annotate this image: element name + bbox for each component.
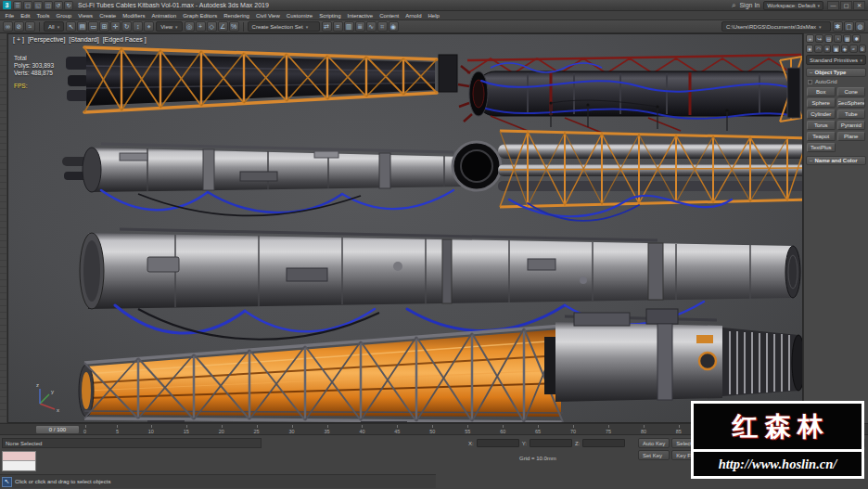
menu-graph-editors[interactable]: Graph Editors <box>180 13 221 19</box>
material-editor-icon[interactable]: ◉ <box>389 21 399 32</box>
geometry-subtab-icon[interactable]: ● <box>806 45 813 53</box>
rectangular-selection-icon[interactable]: ▭ <box>88 21 98 32</box>
schematic-view-icon[interactable]: ⌗ <box>377 21 388 32</box>
space-warps-subtab-icon[interactable]: ≈ <box>849 45 857 53</box>
z-coordinate-input[interactable] <box>582 439 625 447</box>
3ds-max-logo-icon[interactable]: 3 <box>3 1 11 9</box>
object-type-plane[interactable]: Plane <box>837 132 866 141</box>
object-type-teapot[interactable]: Teapot <box>807 132 836 141</box>
x-coordinate-input[interactable] <box>477 439 519 447</box>
menu-file[interactable]: File <box>2 13 18 19</box>
named-selection-set-dropdown[interactable]: Create Selection Set <box>248 21 320 32</box>
listener-script-line[interactable] <box>3 461 35 470</box>
model-gray-tube-assembly[interactable] <box>62 144 465 216</box>
menu-content[interactable]: Content <box>377 13 402 19</box>
menu-customize[interactable]: Customize <box>283 13 315 19</box>
model-orange-glow-truss[interactable] <box>79 326 563 423</box>
menu-help[interactable]: Help <box>425 13 442 19</box>
save-file-icon[interactable]: ◫ <box>44 1 53 10</box>
select-by-name-icon[interactable]: ▤ <box>77 21 87 32</box>
helpers-subtab-icon[interactable]: ◈ <box>841 45 849 53</box>
render-production-icon[interactable]: ◍ <box>855 21 865 32</box>
select-and-manipulate-icon[interactable]: + <box>196 21 206 32</box>
listener-macro-line[interactable] <box>3 452 35 461</box>
project-path-dropdown[interactable]: C:\Users\RDGS\Documents\3dsMax <box>721 21 831 32</box>
hierarchy-tab-icon[interactable]: ▤ <box>824 34 833 43</box>
unlink-selection-icon[interactable]: ⊘ <box>14 21 24 32</box>
motion-tab-icon[interactable]: ◔ <box>834 34 842 43</box>
align-icon[interactable]: ≡ <box>333 21 343 32</box>
close-button[interactable]: ✕ <box>853 1 865 10</box>
object-type-geosphere[interactable]: GeoSphere <box>837 98 866 108</box>
name-and-color-rollout[interactable]: −Name and Color <box>806 156 866 165</box>
menu-group[interactable]: Group <box>53 13 75 19</box>
select-and-place-icon[interactable]: ⌖ <box>144 21 154 32</box>
select-and-rotate-icon[interactable]: ↻ <box>121 21 132 32</box>
maxscript-mini-listener[interactable] <box>2 451 36 471</box>
object-type-torus[interactable]: Torus <box>807 121 836 130</box>
menu-rendering[interactable]: Rendering <box>221 13 253 19</box>
redo-icon[interactable]: ↻ <box>64 1 73 10</box>
minimize-button[interactable]: — <box>827 1 839 10</box>
create-tab-icon[interactable]: + <box>806 34 814 43</box>
undo-icon[interactable]: ↺ <box>54 1 63 10</box>
primitive-category-dropdown[interactable]: Standard Primitives <box>806 55 866 65</box>
object-type-cone[interactable]: Cone <box>837 87 866 97</box>
window-crossing-icon[interactable]: ⊞ <box>99 21 109 32</box>
autogrid-checkbox[interactable] <box>808 80 812 84</box>
modify-tab-icon[interactable]: ↪ <box>815 34 823 43</box>
viewport-menu-style[interactable]: [Standard] <box>69 36 98 43</box>
menu-views[interactable]: Views <box>75 13 96 19</box>
menu-edit[interactable]: Edit <box>18 13 33 19</box>
display-tab-icon[interactable]: ▦ <box>843 34 851 43</box>
shapes-subtab-icon[interactable]: ◠ <box>814 45 822 53</box>
object-type-rollout[interactable]: −Object Type <box>806 68 866 77</box>
object-type-box[interactable]: Box <box>807 87 836 97</box>
menu-scripting[interactable]: Scripting <box>316 13 344 19</box>
use-pivot-center-icon[interactable]: ◎ <box>185 21 195 32</box>
model-orange-scaffold-pipes[interactable] <box>453 100 803 221</box>
object-type-tube[interactable]: Tube <box>837 109 866 119</box>
model-red-cable-cylinder[interactable] <box>439 55 802 133</box>
object-type-pyramid[interactable]: Pyramid <box>837 121 866 130</box>
select-and-link-icon[interactable]: ∞ <box>3 21 13 32</box>
utilities-tab-icon[interactable]: ✱ <box>852 34 861 43</box>
reference-coordinate-dropdown[interactable]: View <box>156 21 182 32</box>
menu-arnold[interactable]: Arnold <box>402 13 425 19</box>
set-key-button[interactable]: Set Key <box>638 450 670 460</box>
time-slider-handle[interactable]: 0 / 100 <box>35 425 80 434</box>
render-setup-icon[interactable]: ✱ <box>833 21 843 32</box>
viewport-left-splitter[interactable] <box>0 33 7 423</box>
snaps-toggle-icon[interactable]: ◇ <box>207 21 217 32</box>
viewport-canvas[interactable]: x y z <box>8 34 803 423</box>
auto-key-button[interactable]: Auto Key <box>638 438 670 448</box>
menu-animation[interactable]: Animation <box>148 13 180 19</box>
workspace-dropdown[interactable]: Workspace: Default <box>763 1 823 10</box>
menu-interactive[interactable]: Interactive <box>344 13 377 19</box>
sign-in-link[interactable]: Sign In <box>739 2 760 8</box>
viewport-menu-view[interactable]: [Perspective] <box>28 36 65 43</box>
percent-snap-icon[interactable]: % <box>229 21 239 32</box>
menu-modifiers[interactable]: Modifiers <box>120 13 148 19</box>
viewport-menu-plus[interactable]: [ + ] <box>13 36 24 43</box>
bind-to-space-warp-icon[interactable]: ≈ <box>25 21 35 32</box>
scene-explorer-icon[interactable]: ▥ <box>344 21 354 32</box>
object-type-cylinder[interactable]: Cylinder <box>807 109 836 119</box>
open-file-icon[interactable]: ◱ <box>33 1 43 10</box>
layer-explorer-icon[interactable]: ≣ <box>355 21 365 32</box>
menu-tools[interactable]: Tools <box>33 13 53 19</box>
lights-subtab-icon[interactable]: ✶ <box>823 45 831 53</box>
perspective-viewport[interactable]: x y z [ + ] [Perspective] [Standard] [Ed… <box>7 33 803 423</box>
select-and-scale-icon[interactable]: ↕ <box>133 21 143 32</box>
object-type-textplus[interactable]: TextPlus <box>807 143 836 152</box>
selection-filter-dropdown[interactable]: All <box>44 21 64 32</box>
model-orange-truss-beam[interactable] <box>66 47 437 112</box>
y-coordinate-input[interactable] <box>530 439 572 447</box>
angle-snap-icon[interactable]: ∠ <box>218 21 228 32</box>
menu-civil-view[interactable]: Civil View <box>252 13 283 19</box>
object-type-sphere[interactable]: Sphere <box>807 98 836 108</box>
cameras-subtab-icon[interactable]: ▣ <box>832 45 839 53</box>
app-menu-icon[interactable]: ☰ <box>13 1 22 10</box>
select-object-icon[interactable]: ↖ <box>66 21 76 32</box>
new-scene-icon[interactable]: ▢ <box>23 1 32 10</box>
